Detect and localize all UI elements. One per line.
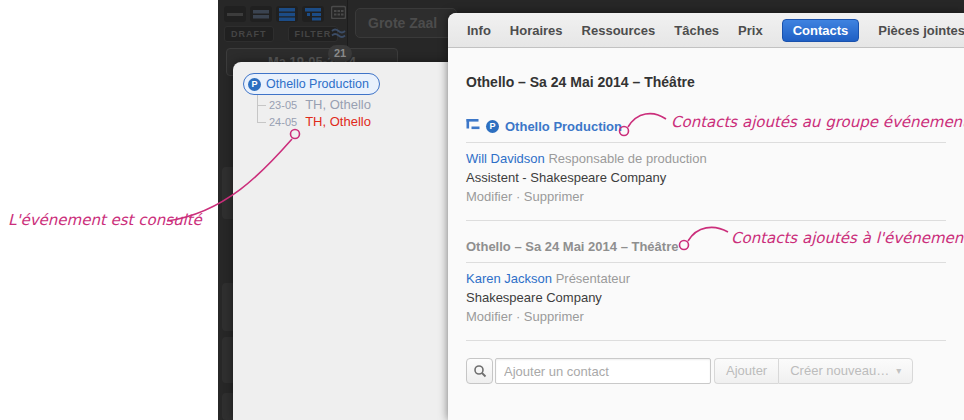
- divider: [466, 262, 946, 263]
- add-contact-bar: Ajouter Créer nouveau…▾: [466, 358, 946, 384]
- tree-group-pill[interactable]: P Othello Production: [243, 73, 380, 95]
- contact-name-link[interactable]: Karen Jackson: [466, 271, 552, 286]
- tab-prix[interactable]: Prix: [738, 23, 763, 38]
- action-separator: ·: [516, 189, 520, 204]
- tree-connector: [257, 122, 266, 123]
- calendar-icon[interactable]: [331, 5, 346, 23]
- tree-connector: [257, 95, 258, 123]
- production-group-icon: P: [248, 78, 261, 91]
- dialog-content: Othello – Sa 24 Mai 2014 – Théâtre P Oth…: [448, 48, 964, 384]
- annotation-event-viewed: L'événement est consulté: [8, 211, 202, 229]
- add-contact-input[interactable]: [495, 358, 711, 384]
- tree-group-label: Othello Production: [266, 77, 369, 91]
- action-separator: ·: [516, 309, 520, 324]
- group-section-label[interactable]: Othello Production: [505, 118, 622, 135]
- modifier-link[interactable]: Modifier: [466, 309, 512, 324]
- event-tree-popup: P Othello Production 23-05 TH, Othello 2…: [233, 62, 448, 420]
- tree-item-date: 24-05: [269, 116, 297, 128]
- tree-item-label: TH, Othello: [305, 97, 371, 112]
- contact-karen-jackson: Karen Jackson Présentateur Shakespeare C…: [466, 269, 946, 326]
- tree-item-label: TH, Othello: [305, 114, 371, 129]
- view-single-row-icon[interactable]: [224, 6, 246, 22]
- room-button[interactable]: Grote Zaal: [355, 8, 457, 38]
- annotation-event-contacts: Contacts ajoutés à l'événement: [731, 229, 964, 247]
- caret-down-icon: ▾: [896, 359, 901, 383]
- divider: [466, 142, 946, 143]
- event-details-dialog: Info Horaires Ressources Tâches Prix Con…: [448, 13, 964, 420]
- tab-pieces-jointes[interactable]: Pièces jointes: [878, 23, 964, 38]
- contact-company: Shakespeare Company: [466, 288, 946, 307]
- contact-role: Présentateur: [556, 271, 630, 286]
- tree-item-date: 23-05: [269, 99, 297, 111]
- contact-company: Assistent - Shakespeare Company: [466, 168, 946, 187]
- modifier-link[interactable]: Modifier: [466, 189, 512, 204]
- contact-will-davidson: Will Davidson Responsable de production …: [466, 149, 946, 206]
- ajouter-button[interactable]: Ajouter: [714, 358, 778, 384]
- contact-role: Responsable de production: [548, 151, 706, 166]
- divider: [466, 340, 946, 341]
- search-icon: [473, 364, 487, 378]
- tab-info[interactable]: Info: [467, 23, 491, 38]
- view-two-rows-icon[interactable]: [250, 6, 272, 22]
- waves-icon[interactable]: [331, 25, 346, 43]
- view-three-rows-icon[interactable]: [276, 6, 298, 22]
- view-split-icon[interactable]: [302, 6, 324, 22]
- tree-item-event-2[interactable]: 24-05 TH, Othello: [269, 114, 371, 130]
- tab-contacts[interactable]: Contacts: [782, 19, 860, 42]
- tree-structure-icon: [466, 118, 480, 135]
- annotation-group-contacts: Contacts ajoutés au groupe événement: [671, 113, 964, 131]
- production-group-icon: P: [486, 120, 499, 133]
- dialog-tab-bar: Info Horaires Ressources Tâches Prix Con…: [448, 13, 964, 48]
- contact-name-link[interactable]: Will Davidson: [466, 151, 545, 166]
- tree-connector: [257, 105, 266, 106]
- tab-horaires[interactable]: Horaires: [510, 23, 563, 38]
- creer-nouveau-button[interactable]: Créer nouveau…▾: [778, 358, 913, 384]
- supprimer-link[interactable]: Supprimer: [524, 309, 584, 324]
- event-title: Othello – Sa 24 Mai 2014 – Théâtre: [466, 74, 946, 91]
- divider: [466, 220, 946, 221]
- count-badge: 21: [328, 45, 352, 62]
- tab-taches[interactable]: Tâches: [674, 23, 719, 38]
- tab-ressources[interactable]: Ressources: [582, 23, 656, 38]
- supprimer-link[interactable]: Supprimer: [524, 189, 584, 204]
- search-button[interactable]: [466, 358, 493, 384]
- draft-toggle[interactable]: DRAFT: [224, 26, 274, 42]
- tree-item-event-1[interactable]: 23-05 TH, Othello: [269, 97, 371, 113]
